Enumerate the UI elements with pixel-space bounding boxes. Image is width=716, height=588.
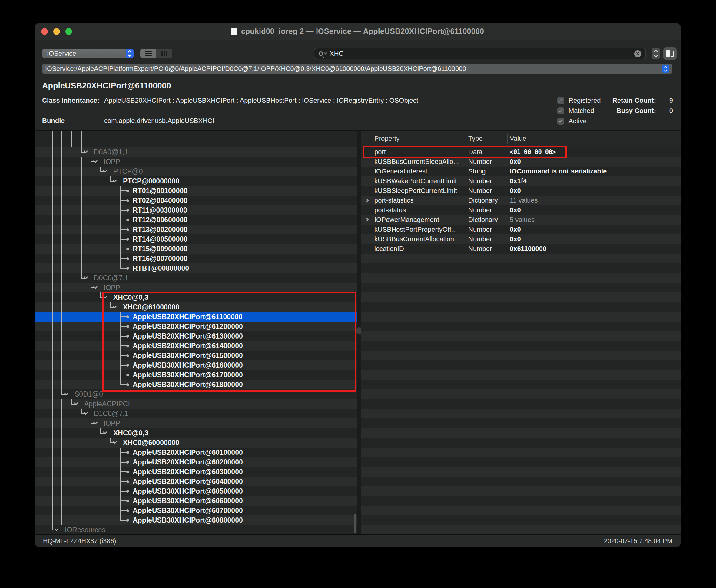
tree-row[interactable]: RT16@00700000 (35, 254, 357, 264)
table-row[interactable]: kUSBSleepPortCurrentLimitNumber0x0 (361, 186, 681, 195)
plane-popup-button[interactable]: IOService (42, 49, 134, 58)
tree-node-label[interactable]: AppleUSB30XHCIPort@60700000 (132, 506, 243, 515)
tree-row[interactable]: RT02@00400000 (35, 195, 357, 205)
tree-row[interactable]: AppleUSB30XHCIPort@61800000 (35, 380, 357, 390)
column-view-button[interactable] (156, 49, 172, 58)
close-window-button[interactable] (41, 28, 48, 35)
column-header-type[interactable]: Type (468, 131, 483, 147)
minimize-window-button[interactable] (53, 28, 60, 35)
path-bar[interactable]: IOService:/AppleACPIPlatformExpert/PCI0@… (42, 64, 672, 74)
tree-row[interactable]: IOPP (35, 283, 357, 293)
tree-row[interactable]: PTCP@00000000 (35, 176, 357, 186)
search-scope-chevron-icon[interactable] (324, 51, 327, 54)
tree-node-label[interactable]: IOResources (65, 525, 105, 534)
disclosure-closed-icon[interactable] (365, 198, 369, 202)
tree-node-label[interactable]: AppleUSB20XHCIPort@61200000 (132, 321, 243, 331)
table-row[interactable]: kUSBBusCurrentAllocationNumber0x0 (361, 234, 681, 244)
tree-row[interactable]: AppleUSB20XHCIPort@61100000 (35, 312, 357, 321)
table-row[interactable]: locationIDNumber0x61100000 (361, 244, 681, 254)
table-row[interactable]: IOGeneralInterestStringIOCommand is not … (361, 167, 681, 176)
tree-node-label[interactable]: IOPP (104, 283, 120, 293)
tree-row[interactable]: D0C0@7,1 (35, 273, 357, 283)
tree-node-label[interactable]: RT12@00600000 (132, 215, 187, 225)
tree-node-label[interactable]: AppleUSB20XHCIPort@60100000 (132, 447, 243, 457)
column-header-value[interactable]: Value (510, 131, 526, 147)
tree-row[interactable]: RT01@00100000 (35, 186, 357, 195)
tree-row[interactable]: AppleUSB30XHCIPort@60500000 (35, 486, 357, 496)
tree-row[interactable]: RT13@00200000 (35, 225, 357, 234)
tree-node-label[interactable]: RT02@00400000 (132, 195, 187, 205)
table-row[interactable]: kUSBBusCurrentSleepAllo...Number0x0 (361, 157, 681, 167)
tree-row[interactable]: XHC0@0,3 (35, 293, 357, 302)
title-bar[interactable]: cpukid00_ioreg 2 — IOService — AppleUSB2… (35, 23, 681, 40)
list-view-button[interactable] (140, 49, 156, 58)
table-row[interactable]: kUSBHostPortPropertyOff...Number0x0 (361, 225, 681, 234)
tree-row[interactable]: RT14@00500000 (35, 234, 357, 244)
tree-row[interactable]: AppleUSB30XHCIPort@60800000 (35, 515, 357, 525)
tree-node-label[interactable]: XHC0@61000000 (123, 302, 179, 312)
tree-row[interactable]: XHC0@0,3 (35, 428, 357, 438)
tree-node-label[interactable]: AppleUSB30XHCIPort@61600000 (132, 360, 243, 370)
tree-row[interactable]: D0A0@1,1 (35, 147, 357, 157)
tree-node-label[interactable]: XHC0@0,3 (113, 428, 148, 438)
table-row[interactable]: port-statusNumber0x0 (361, 205, 681, 215)
tree-row[interactable]: AppleUSB30XHCIPort@60600000 (35, 496, 357, 506)
tree-row[interactable]: PTCP@0 (35, 167, 357, 176)
search-input-value[interactable]: XHC (329, 50, 634, 58)
tree-node-label[interactable]: PTCP@0 (113, 167, 143, 176)
tree-node-label[interactable]: AppleUSB30XHCIPort@61700000 (132, 370, 243, 380)
tree-node-label[interactable]: IOPP (104, 418, 120, 428)
tree-node-label[interactable]: AppleUSB20XHCIPort@60200000 (132, 457, 243, 467)
tree-node-label[interactable]: AppleUSB30XHCIPort@61500000 (132, 351, 243, 360)
tree-row[interactable]: IOPP (35, 418, 357, 428)
checkbox-active[interactable]: ✓ (557, 118, 564, 125)
tree-row[interactable]: RTBT@00800000 (35, 264, 357, 273)
tree-row[interactable]: AppleACPIPCI (35, 399, 357, 409)
table-row[interactable]: port-statisticsDictionary11 values (361, 195, 681, 205)
tree-row[interactable]: AppleUSB20XHCIPort@60200000 (35, 457, 357, 467)
tree-node-label[interactable]: RT15@00900000 (132, 244, 187, 254)
tree-node-label[interactable]: AppleUSB20XHCIPort@61400000 (132, 341, 243, 351)
tree-node-label[interactable]: XHC0@60000000 (123, 438, 179, 447)
tree-row[interactable]: AppleUSB20XHCIPort@60400000 (35, 477, 357, 486)
tree-row[interactable]: XHC0@61000000 (35, 302, 357, 312)
disclosure-closed-icon[interactable] (365, 218, 369, 222)
table-row[interactable]: IOPowerManagementDictionary5 values (361, 215, 681, 225)
tree-row[interactable]: D1C0@7,1 (35, 409, 357, 418)
tree-node-label[interactable]: D0C0@7,1 (94, 273, 128, 283)
tree-row[interactable]: RT12@00600000 (35, 215, 357, 225)
tree-node-label[interactable]: AppleUSB30XHCIPort@60500000 (132, 486, 243, 496)
tree-row[interactable]: IOPP (35, 157, 357, 167)
tree-node-label[interactable]: AppleACPIPCI (84, 399, 130, 409)
column-separator[interactable] (507, 134, 508, 144)
table-row[interactable]: kUSBWakePortCurrentLimitNumber0x1f4 (361, 176, 681, 186)
checkbox-registered[interactable]: ✓ (557, 97, 564, 104)
search-result-stepper[interactable] (652, 48, 660, 59)
tree-row[interactable]: RT15@00900000 (35, 244, 357, 254)
tree-row[interactable]: AppleUSB30XHCIPort@61700000 (35, 370, 357, 380)
path-stepper-icon[interactable] (662, 65, 669, 73)
tree-node-label[interactable]: XHC0@0,3 (113, 293, 148, 302)
tree-node-label[interactable]: AppleUSB30XHCIPort@61800000 (132, 380, 243, 390)
tree-node-label[interactable]: RT16@00700000 (132, 254, 187, 264)
tree-node-label[interactable]: AppleUSB20XHCIPort@61100000 (132, 312, 242, 321)
tree-node-label[interactable]: S0D1@0 (75, 390, 103, 399)
tree-node-label[interactable]: AppleUSB20XHCIPort@60400000 (132, 477, 243, 486)
zoom-window-button[interactable] (65, 28, 72, 35)
tree-row[interactable]: AppleUSB20XHCIPort@61200000 (35, 321, 357, 331)
tree-node-label[interactable]: RT14@00500000 (132, 234, 187, 244)
next-result-icon[interactable] (654, 54, 658, 58)
checkbox-row-active[interactable]: ✓Active (557, 117, 587, 125)
tree-node-label[interactable]: RT01@00100000 (132, 186, 187, 195)
tree-node-label[interactable]: AppleUSB20XHCIPort@60300000 (132, 467, 243, 477)
tree-row[interactable]: RT11@00300000 (35, 205, 357, 215)
tree-row[interactable]: AppleUSB30XHCIPort@61600000 (35, 360, 357, 370)
tree-scrollbar[interactable] (354, 514, 356, 533)
column-header-property[interactable]: Property (374, 131, 400, 147)
tree-node-label[interactable]: D0A0@1,1 (94, 147, 128, 157)
clear-search-icon[interactable]: ✕ (634, 50, 641, 57)
tree-row[interactable]: S0D1@0 (35, 390, 357, 399)
search-field[interactable]: XHC ✕ (314, 48, 646, 59)
tree-row[interactable]: XHC0@60000000 (35, 438, 357, 447)
tree-node-label[interactable]: RT11@00300000 (132, 205, 187, 215)
